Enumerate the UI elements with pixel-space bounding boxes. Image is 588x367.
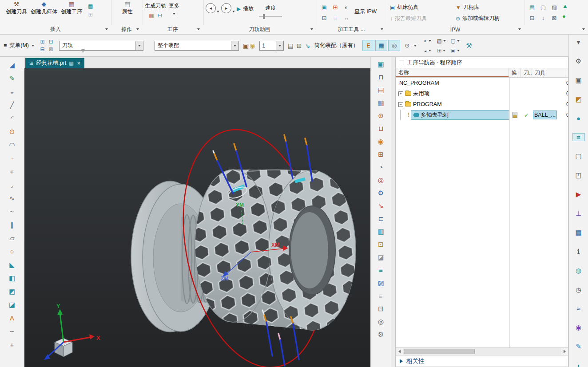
column-divider[interactable]: [509, 78, 509, 347]
gauge-icon[interactable]: ▦: [375, 99, 387, 107]
point-icon[interactable]: ∙: [6, 154, 18, 162]
arc-icon[interactable]: ◜: [6, 114, 18, 122]
chamfer-icon[interactable]: ◣: [6, 261, 18, 268]
machine-icon[interactable]: ⚙: [375, 189, 387, 197]
wheel-icon[interactable]: ◎: [375, 176, 387, 184]
group-label-ipw[interactable]: IPW: [386, 25, 524, 34]
eraser-icon[interactable]: ◪: [375, 253, 387, 261]
table-pencil-icon[interactable]: ▤: [288, 42, 294, 49]
probe-icon[interactable]: ↘: [375, 202, 387, 209]
group-label-operation[interactable]: 工序: [142, 25, 203, 34]
layout-icon[interactable]: ▤: [527, 2, 537, 12]
conic-icon[interactable]: ◠: [6, 141, 18, 149]
add-stock-icon[interactable]: ⊕: [375, 112, 387, 119]
collapse-icon[interactable]: −: [398, 102, 403, 107]
filter-funnel-icon[interactable]: ▽: [81, 48, 85, 53]
properties-button[interactable]: ▤ 属性: [114, 0, 141, 16]
contrast-icon[interactable]: ◗: [572, 362, 585, 367]
ipw-toggle-icon[interactable]: E: [362, 40, 374, 51]
column-header-name[interactable]: 名称: [396, 68, 509, 77]
status-dot-icon[interactable]: ●: [562, 13, 568, 20]
offsets-icon[interactable]: ≡: [330, 13, 341, 23]
expand-icon[interactable]: +: [398, 91, 403, 96]
close-icon[interactable]: ×: [77, 60, 81, 67]
fillet-icon[interactable]: ◞: [6, 181, 18, 189]
frame-icon[interactable]: ⊟: [375, 305, 387, 312]
add-edit-holder-button[interactable]: ⊕ 添加或编辑刀柄: [455, 13, 525, 24]
mini-calendar-icon[interactable]: ▦: [88, 4, 93, 9]
chevron-down-icon[interactable]: [381, 28, 383, 30]
group-label-operate[interactable]: 操作: [111, 25, 142, 34]
panel-caret-icon[interactable]: ▾: [572, 38, 585, 46]
sketch-icon[interactable]: ✎: [6, 75, 18, 82]
freeform-icon[interactable]: ∽: [6, 328, 18, 335]
chevron-down-icon[interactable]: [414, 45, 417, 47]
viewbox-icon[interactable]: ◳: [572, 171, 585, 179]
swap-icon[interactable]: ↔: [341, 13, 352, 23]
text-icon[interactable]: A: [6, 314, 18, 322]
column-header-change[interactable]: 换: [509, 68, 521, 77]
simplified-assembly-button[interactable]: 简化装配（原有）: [314, 42, 358, 49]
table-row[interactable]: + 未用项 0: [396, 88, 568, 99]
navigator-checkbox[interactable]: [399, 60, 404, 65]
drill-tool-icon[interactable]: ⊞: [330, 2, 341, 12]
box-view-icon[interactable]: ▣: [448, 46, 462, 55]
play-button[interactable]: ▶ 播放: [237, 3, 254, 12]
table-row[interactable]: − PROGRAM 0: [396, 99, 568, 110]
datum-plane-icon[interactable]: ◒: [6, 88, 18, 95]
assembly-scope-combobox[interactable]: 整个装配: [155, 41, 239, 51]
more-button[interactable]: 更多: [169, 0, 179, 15]
parts-icon[interactable]: ▣: [572, 76, 585, 84]
trim-icon[interactable]: ◩: [6, 288, 18, 295]
show-2d-icon[interactable]: ▦: [375, 40, 387, 51]
turn-tool-icon[interactable]: ◐: [341, 2, 352, 12]
speed-slider[interactable]: [259, 16, 282, 17]
navigator-hscrollbar[interactable]: [396, 347, 568, 355]
grid-blue-icon[interactable]: ▦: [572, 229, 585, 237]
prism-icon[interactable]: ▲: [562, 3, 568, 9]
operation-navigator-icon[interactable]: ≡: [572, 133, 585, 141]
sphere-icon[interactable]: ◉: [250, 42, 255, 49]
color-wheel-icon[interactable]: ◉: [572, 324, 585, 331]
clamp-icon[interactable]: ⊓: [375, 73, 387, 81]
column-header-toolpath[interactable]: 刀...: [521, 68, 532, 77]
shaded-view-icon[interactable]: ◐: [421, 36, 434, 46]
report-shortest-tool-button[interactable]: ↕ 报告最短刀具: [389, 13, 455, 24]
create-operation-button[interactable]: ▦ 创建工序: [58, 0, 85, 16]
viewport-3d-scene[interactable]: XM YM ZM Y X: [24, 68, 370, 367]
download-icon[interactable]: ↓: [538, 13, 548, 23]
parallel-icon[interactable]: ∥: [6, 221, 18, 229]
list-icon[interactable]: ≡: [375, 292, 387, 300]
window-icon[interactable]: ▢: [538, 2, 548, 12]
history-icon[interactable]: ◷: [572, 286, 585, 294]
chevron-down-icon[interactable]: [518, 28, 521, 30]
settings-gear-icon[interactable]: ⚙: [572, 57, 585, 65]
circle-icon[interactable]: ⊙: [6, 128, 18, 135]
group-label-machining[interactable]: 加工工具 ...: [316, 25, 386, 34]
chevron-down-icon[interactable]: [582, 28, 585, 30]
mini-grid-icon[interactable]: ⊞: [88, 12, 93, 17]
dependencies-icon[interactable]: ⊥: [572, 209, 585, 217]
menu-button[interactable]: ≡ 菜单(M): [4, 42, 34, 49]
column-header-extra[interactable]: [565, 68, 568, 77]
wave-icon[interactable]: ≈: [572, 305, 585, 312]
range-combobox[interactable]: 1: [259, 41, 284, 51]
box-add-icon[interactable]: ⊞: [375, 150, 387, 158]
wireframe-view-icon[interactable]: ▧: [434, 36, 448, 46]
pick-icon[interactable]: ⊟: [38, 46, 47, 53]
speed-control[interactable]: 速度: [259, 3, 282, 17]
holder-library-button[interactable]: ▼ 刀柄库: [455, 2, 525, 13]
clipboard-icon[interactable]: ▣: [243, 42, 249, 49]
spline-icon[interactable]: ∿: [6, 194, 18, 202]
roles-icon[interactable]: ●: [572, 114, 585, 122]
skip-to-start-button[interactable]: ◂: [206, 3, 216, 13]
chevron-down-icon[interactable]: [197, 28, 200, 30]
create-geometry-button[interactable]: ◆ 创建几何体: [30, 0, 58, 16]
sim-icon[interactable]: ≡: [375, 266, 387, 274]
zoom-check-icon[interactable]: ⊙: [401, 40, 413, 51]
group-label-animation[interactable]: 刀轨动画: [203, 25, 316, 34]
chevron-down-icon[interactable]: [105, 28, 108, 30]
wire-icon[interactable]: ⊠: [47, 46, 55, 53]
chevron-down-icon[interactable]: [136, 28, 139, 30]
gear-edit-icon[interactable]: ⚙: [375, 331, 387, 338]
